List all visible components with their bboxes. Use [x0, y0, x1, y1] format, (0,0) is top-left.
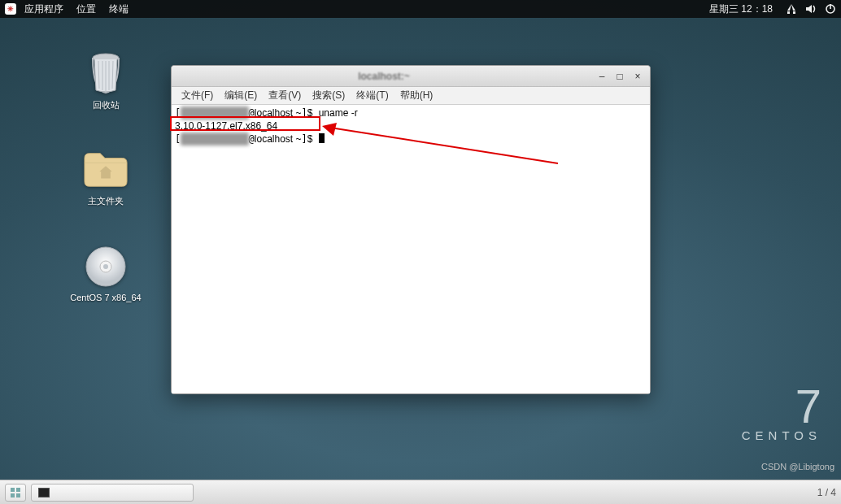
svg-line-11: [330, 128, 558, 163]
power-icon[interactable]: [825, 3, 836, 15]
svg-rect-1: [830, 4, 831, 9]
show-desktop-icon: [10, 487, 21, 498]
menu-help[interactable]: 帮助(H): [395, 87, 438, 104]
svg-marker-12: [322, 123, 337, 136]
maximize-button[interactable]: □: [612, 70, 627, 83]
svg-rect-16: [16, 493, 20, 497]
trash-icon: [83, 50, 129, 96]
taskbar-item-label: [54, 489, 151, 497]
command-text: uname -r: [319, 107, 358, 119]
desktop: ✳ 应用程序 位置 终端 星期三 12：18 回收站 主文件夹 CentOS 7…: [0, 0, 841, 504]
menu-search[interactable]: 搜索(S): [307, 87, 350, 104]
svg-point-10: [103, 264, 108, 269]
svg-rect-14: [16, 488, 20, 492]
desktop-icon-label: 回收站: [69, 99, 142, 111]
taskbar-item-terminal[interactable]: [31, 484, 194, 502]
show-desktop-button[interactable]: [5, 484, 26, 502]
menu-file[interactable]: 文件(F): [176, 87, 218, 104]
os-name-text: CENTOS: [742, 428, 821, 442]
terminal-icon: [38, 488, 50, 497]
svg-rect-15: [11, 493, 15, 497]
os-version-glyph: 7: [742, 388, 821, 425]
distro-logo-icon: ✳: [5, 3, 16, 15]
close-button[interactable]: ×: [630, 70, 645, 83]
home-folder-icon: [83, 146, 129, 192]
desktop-icon-label: CentOS 7 x86_64: [69, 293, 142, 302]
menu-terminal[interactable]: 终端: [104, 2, 133, 16]
annotation-arrow-icon: [322, 119, 566, 168]
window-titlebar[interactable]: localhost:~ – □ ×: [172, 66, 650, 87]
menu-places[interactable]: 位置: [72, 2, 101, 16]
bottom-taskbar: 1 / 4: [0, 480, 841, 504]
desktop-icon-disc[interactable]: CentOS 7 x86_64: [69, 244, 142, 302]
workspace-indicator[interactable]: 1 / 4: [817, 487, 836, 498]
window-menubar: 文件(F) 编辑(E) 查看(V) 搜索(S) 终端(T) 帮助(H): [172, 87, 650, 105]
top-menu-bar: ✳ 应用程序 位置 终端 星期三 12：18: [0, 0, 841, 18]
menu-applications[interactable]: 应用程序: [20, 2, 68, 16]
minimize-button[interactable]: –: [595, 70, 609, 83]
network-icon[interactable]: [786, 4, 797, 14]
cursor: [319, 133, 325, 143]
disc-icon: [83, 244, 129, 289]
desktop-icon-trash[interactable]: 回收站: [69, 50, 142, 111]
highlight-red-box: [170, 116, 320, 131]
volume-icon[interactable]: [805, 4, 817, 14]
desktop-icon-label: 主文件夹: [69, 195, 142, 207]
terminal-body[interactable]: [wu████████@localhost ~]$ uname -r 3.10.…: [172, 105, 650, 393]
menu-edit[interactable]: 编辑(E): [220, 87, 262, 104]
desktop-icon-home[interactable]: 主文件夹: [69, 146, 142, 207]
os-branding: 7 CENTOS: [742, 388, 821, 442]
menu-view[interactable]: 查看(V): [264, 87, 306, 104]
window-title: localhost:~: [176, 71, 591, 82]
clock[interactable]: 星期三 12：18: [704, 2, 778, 16]
svg-rect-13: [11, 488, 15, 492]
terminal-window: localhost:~ – □ × 文件(F) 编辑(E) 查看(V) 搜索(S…: [171, 65, 651, 394]
watermark-text: CSDN @Libigtong: [761, 462, 834, 471]
menu-terminal[interactable]: 终端(T): [351, 87, 393, 104]
